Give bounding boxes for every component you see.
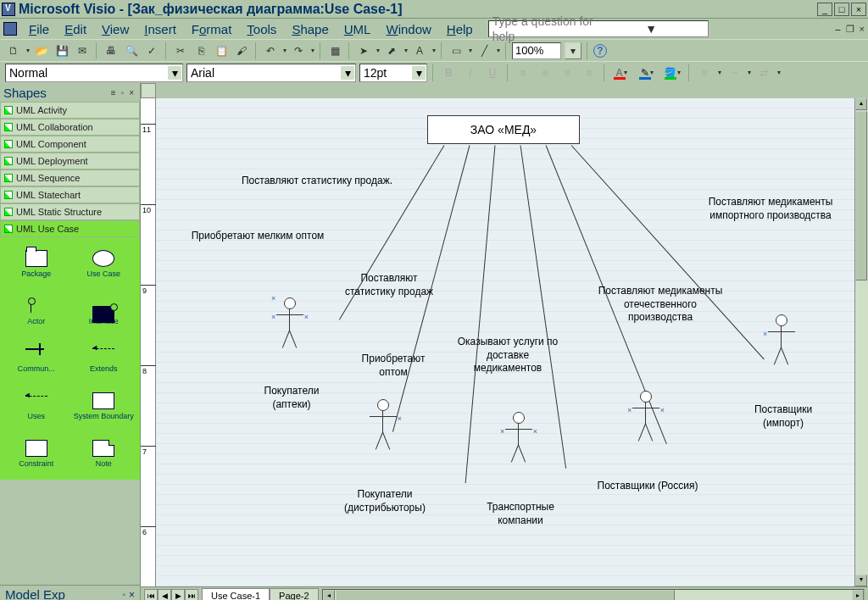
shape-interface[interactable]: Interface <box>71 288 137 334</box>
text-tool-button[interactable]: A <box>411 42 428 59</box>
shape-use-case[interactable]: Use Case <box>71 241 137 286</box>
mail-button[interactable]: ✉ <box>74 42 91 59</box>
font-size-combo[interactable]: 12pt▾ <box>359 64 427 82</box>
align-left-button[interactable]: ≡ <box>514 64 532 81</box>
rectangle-tool-button[interactable]: ▭ <box>448 42 465 59</box>
italic-button[interactable]: I <box>461 64 480 81</box>
page-tabbar: ⏮ ◀ ▶ ⏭ Use Case-1 Page-2 ◂ ▸ <box>141 586 868 600</box>
line-ends-button[interactable]: ⇄ <box>754 64 773 81</box>
zoom-dropdown-button[interactable]: ▾ <box>565 42 581 59</box>
font-color-button[interactable]: A▾ <box>610 64 632 81</box>
stencil-uml-sequence[interactable]: UML Sequence <box>0 169 140 186</box>
shape-extends[interactable]: Extends <box>71 336 137 381</box>
shapes-button[interactable]: ▦ <box>326 42 343 59</box>
doc-restore-button[interactable]: ❐ <box>846 24 854 35</box>
fill-color-button[interactable]: 🪣▾ <box>661 64 683 81</box>
line-tool-button[interactable]: ╱ <box>476 42 492 59</box>
doc-minimize-button[interactable]: ‒ <box>835 24 841 35</box>
menu-tools[interactable]: Tools <box>240 20 283 38</box>
menu-window[interactable]: Window <box>379 20 437 38</box>
label-stat-1: Поставляют статистику продаж. <box>236 175 398 188</box>
bold-button[interactable]: B <box>439 64 458 81</box>
actor-suppliers-import-label: Поставщики (импорт) <box>737 403 830 430</box>
stencil-uml-component[interactable]: UML Component <box>0 136 140 153</box>
actor-transport[interactable]: ×× <box>504 412 534 471</box>
underline-button[interactable]: U <box>483 64 502 81</box>
copy-button[interactable]: ⎘ <box>192 42 209 59</box>
menu-shape[interactable]: Shape <box>285 20 335 38</box>
shape-constraint[interactable]: Constraint <box>3 431 70 476</box>
menu-uml[interactable]: UML <box>337 20 378 38</box>
actor-distributors-label: Покупатели (дистрибьюторы) <box>330 488 440 514</box>
doc-close-button[interactable]: × <box>860 24 865 35</box>
tab-use-case-1[interactable]: Use Case-1 <box>202 588 270 600</box>
tab-next-button[interactable]: ▶ <box>171 589 185 601</box>
line-color-button[interactable]: ✎▾ <box>636 64 658 81</box>
style-combo[interactable]: Normal▾ <box>5 64 183 82</box>
shape-package[interactable]: Package <box>3 241 70 286</box>
vertical-scrollbar[interactable]: ▴ ▾ <box>854 98 868 586</box>
cut-button[interactable]: ✂ <box>172 42 189 59</box>
tab-prev-button[interactable]: ◀ <box>158 589 171 601</box>
undo-button[interactable]: ↶ <box>262 42 279 59</box>
shape-uses[interactable]: Uses <box>3 383 70 429</box>
help-search-box[interactable]: Type a question for help ▼ <box>488 20 709 37</box>
drawing-canvas[interactable]: ЗАО «МЕД» Поставляют статистику продаж. … <box>156 98 854 586</box>
stencil-uml-collaboration[interactable]: UML Collaboration <box>0 119 140 136</box>
font-combo[interactable]: Arial▾ <box>186 64 356 82</box>
shape-actor[interactable]: Actor <box>3 288 70 334</box>
new-button[interactable]: 🗋 <box>5 42 22 59</box>
actor-pharmacies[interactable]: ××× <box>275 297 305 357</box>
stencil-uml-static-structure[interactable]: UML Static Structure <box>0 203 140 220</box>
actor-suppliers-russia[interactable]: ×× <box>631 391 661 450</box>
menu-view[interactable]: View <box>95 20 136 38</box>
maximize-button[interactable]: □ <box>834 3 849 16</box>
format-painter-button[interactable]: 🖌 <box>233 42 250 59</box>
horizontal-scrollbar[interactable]: ◂ ▸ <box>322 589 865 601</box>
tab-first-button[interactable]: ⏮ <box>144 589 158 601</box>
menu-file[interactable]: FFileile <box>22 20 56 38</box>
stencil-uml-statechart[interactable]: UML Statechart <box>0 186 140 203</box>
shape-communicates[interactable]: Commun... <box>3 336 70 381</box>
shapes-close-icon[interactable]: × <box>129 88 134 97</box>
actor-suppliers-import[interactable]: × <box>766 314 797 374</box>
save-button[interactable]: 💾 <box>53 42 70 59</box>
stencil-uml-activity[interactable]: UML Activity <box>0 102 140 119</box>
minimize-button[interactable]: _ <box>817 3 832 16</box>
align-justify-button[interactable]: ≡ <box>580 64 598 81</box>
shapes-pin-icon[interactable]: ▫ <box>121 88 125 97</box>
spellcheck-button[interactable]: ✓ <box>143 42 160 59</box>
redo-button[interactable]: ↷ <box>290 42 307 59</box>
model-explorer-header[interactable]: Model Exp ▫ × <box>0 585 140 600</box>
shape-system-boundary[interactable]: System Boundary <box>71 383 137 429</box>
label-domestic: Поставляют медикаменты отечественного пр… <box>597 285 724 325</box>
tab-page-2[interactable]: Page-2 <box>270 588 318 600</box>
print-button[interactable]: 🖶 <box>103 42 120 59</box>
main-node[interactable]: ЗАО «МЕД» <box>427 115 580 144</box>
doc-window-buttons: ‒ ❐ × <box>835 24 865 35</box>
align-center-button[interactable]: ≡ <box>536 64 554 81</box>
stencil-uml-deployment[interactable]: UML Deployment <box>0 153 140 169</box>
connector-tool-button[interactable]: ⬈ <box>383 42 400 59</box>
align-right-button[interactable]: ≡ <box>558 64 576 81</box>
close-button[interactable]: × <box>851 3 866 16</box>
menu-help[interactable]: Help <box>440 20 480 38</box>
actor-distributors[interactable]: × <box>368 399 398 458</box>
menu-format[interactable]: Format <box>185 20 239 38</box>
zoom-combo[interactable]: 100% <box>512 42 561 59</box>
help-button[interactable]: ? <box>593 44 607 58</box>
shapes-menu-icon[interactable]: ≡ <box>111 88 116 97</box>
tab-last-button[interactable]: ⏭ <box>185 589 198 601</box>
line-pattern-button[interactable]: ╌ <box>725 64 743 81</box>
menu-edit[interactable]: Edit <box>58 20 93 38</box>
shape-note[interactable]: Note <box>71 431 137 476</box>
menu-insert[interactable]: Insert <box>137 20 183 38</box>
shapes-panel-header: Shapes ≡ ▫ × <box>0 83 140 102</box>
open-button[interactable]: 📂 <box>33 42 50 59</box>
paste-button[interactable]: 📋 <box>213 42 230 59</box>
pointer-tool-button[interactable]: ➤ <box>355 42 372 59</box>
print-preview-button[interactable]: 🔍 <box>123 42 140 59</box>
line-weight-button[interactable]: ≡ <box>695 64 714 81</box>
help-dropdown-icon[interactable]: ▼ <box>598 21 704 36</box>
stencil-uml-use-case[interactable]: UML Use Case <box>0 220 140 237</box>
